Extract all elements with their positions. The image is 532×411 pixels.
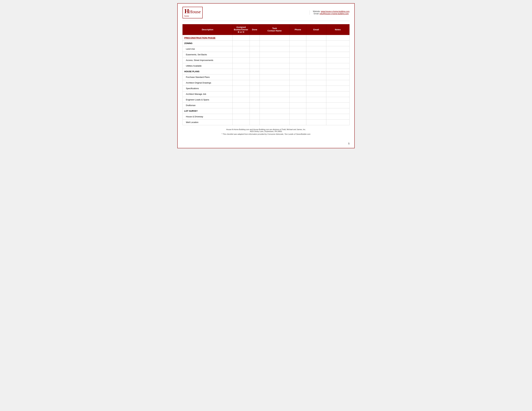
logo-text: HHouse [184, 8, 201, 15]
cell-email [306, 52, 326, 57]
cell-description: House & Driveway [183, 114, 233, 120]
logo-box: HHouse home [182, 7, 203, 18]
cell-task [260, 120, 290, 125]
cell-assigned [232, 46, 249, 52]
cell-done [249, 35, 260, 40]
cell-done [249, 80, 260, 86]
col-header-notes: Notes [326, 24, 349, 35]
cell-done [249, 69, 260, 74]
footer-disclaimer: * This checklist was adapted from inform… [182, 133, 350, 135]
cell-notes [326, 91, 349, 97]
website-link[interactable]: www.house-n-home-building.com [321, 10, 350, 13]
cell-phone [290, 108, 306, 114]
cell-phone [290, 63, 306, 69]
cell-task [260, 57, 290, 63]
cell-description: Land Use [183, 46, 233, 52]
logo-line1: House [189, 9, 201, 14]
table-row: PRECONSTRUCTION PHASE [183, 35, 350, 40]
cell-phone [290, 40, 306, 46]
cell-done [249, 103, 260, 108]
cell-task [260, 40, 290, 46]
cell-assigned [232, 74, 249, 80]
cell-phone [290, 91, 306, 97]
cell-phone [290, 103, 306, 108]
table-row: Access, Street Improvements [183, 57, 350, 63]
cell-notes [326, 80, 349, 86]
cell-notes [326, 108, 349, 114]
cell-assigned [232, 57, 249, 63]
cell-email [306, 86, 326, 91]
cell-email [306, 46, 326, 52]
col-header-phone: Phone [290, 24, 306, 35]
cell-description: ZONING [183, 40, 233, 46]
task-line2: Contact Name [267, 29, 282, 32]
cell-phone [290, 46, 306, 52]
cell-task [260, 103, 290, 108]
cell-notes [326, 86, 349, 91]
cell-phone [290, 69, 306, 74]
cell-description: LOT SURVEY [183, 108, 233, 114]
cell-notes [326, 40, 349, 46]
logo-h: H [184, 8, 189, 15]
cell-done [249, 52, 260, 57]
cell-description: Access, Street Improvements [183, 57, 233, 63]
cell-email [306, 69, 326, 74]
cell-phone [290, 57, 306, 63]
cell-task [260, 80, 290, 86]
cell-done [249, 114, 260, 120]
cell-task [260, 97, 290, 103]
page-footer: House-N-Home-Building.com and House-Buil… [182, 129, 350, 137]
cell-task [260, 74, 290, 80]
cell-phone [290, 86, 306, 91]
cell-notes [326, 103, 349, 108]
cell-assigned [232, 114, 249, 120]
col-header-done: Done [249, 24, 260, 35]
col-header-description: Description [183, 24, 233, 35]
assigned-line3: B or O [238, 31, 244, 33]
cell-assigned [232, 108, 249, 114]
cell-assigned [232, 63, 249, 69]
cell-assigned [232, 40, 249, 46]
cell-description: Architect Manage Job [183, 91, 233, 97]
website-label: Website: [313, 10, 320, 13]
logo-line2: home [184, 15, 201, 17]
cell-description: Specifications [183, 86, 233, 91]
cell-assigned [232, 35, 249, 40]
cell-assigned [232, 86, 249, 91]
cell-task [260, 69, 290, 74]
footer-line2: 4620 Derby Lane, Doylestown, PA 18901 [182, 131, 350, 132]
table-row: Well Location [183, 120, 350, 125]
cell-description: Well Location [183, 120, 233, 125]
cell-done [249, 63, 260, 69]
email-link[interactable]: info@house-n-home-building.com [320, 13, 349, 15]
cell-notes [326, 57, 349, 63]
contact-info: Website: www.house-n-home-building.com E… [310, 10, 350, 15]
table-row: House & Driveway [183, 114, 350, 120]
table-row: LOT SURVEY [183, 108, 350, 114]
cell-notes [326, 120, 349, 125]
table-row: ZONING [183, 40, 350, 46]
cell-description: Utilities Available [183, 63, 233, 69]
cell-description: Purchase Standard Plans [183, 74, 233, 80]
cell-task [260, 46, 290, 52]
cell-assigned [232, 91, 249, 97]
table-row: Architect Original Drawings [183, 80, 350, 86]
table-header-row: Description Assigned Builder/Owner B or … [183, 24, 350, 35]
cell-notes [326, 63, 349, 69]
cell-email [306, 80, 326, 86]
cell-done [249, 86, 260, 91]
assigned-line2: Builder/Owner [234, 28, 248, 31]
cell-notes [326, 35, 349, 40]
cell-done [249, 57, 260, 63]
cell-done [249, 74, 260, 80]
table-row: Purchase Standard Plans [183, 74, 350, 80]
cell-notes [326, 114, 349, 120]
task-line1: Task [272, 27, 277, 29]
cell-notes [326, 69, 349, 74]
table-row: Land Use [183, 46, 350, 52]
table-row: Specifications [183, 86, 350, 91]
cell-task [260, 52, 290, 57]
cell-notes [326, 52, 349, 57]
table-row: Architect Manage Job [183, 91, 350, 97]
cell-done [249, 46, 260, 52]
